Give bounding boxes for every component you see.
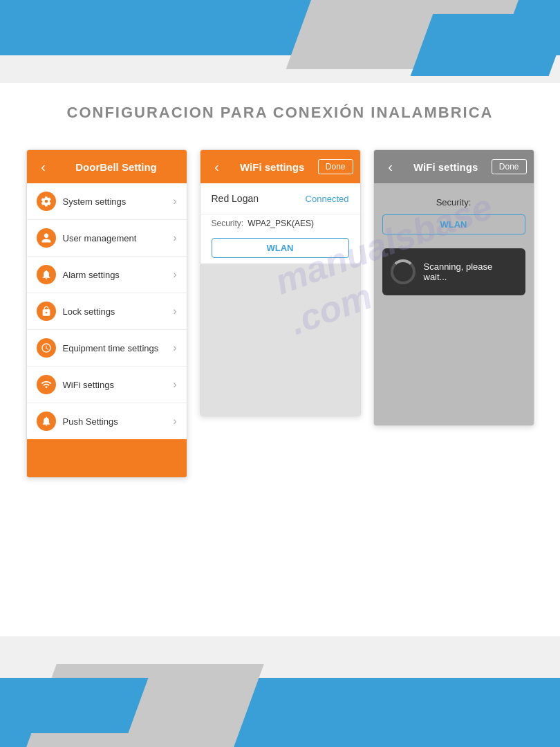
wifi-wlan-box[interactable]: WLAN (212, 238, 349, 258)
wifi-security-label: Security: (212, 219, 244, 228)
chevron-right-icon: › (173, 378, 176, 391)
menu-label-user-management: User management (63, 233, 174, 243)
page-title: CONFIGURACION PARA CONEXIÓN INALAMBRICA (67, 104, 494, 122)
chevron-right-icon: › (173, 268, 176, 281)
chevron-right-icon: › (173, 305, 176, 317)
chevron-right-icon: › (173, 342, 176, 354)
wifi-gray-area (200, 264, 360, 416)
panel1-back-button[interactable]: ‹ (34, 157, 53, 176)
panel3-title: WiFi settings (400, 161, 492, 173)
wifi-icon (37, 375, 56, 394)
menu-item-alarm-settings[interactable]: Alarm settings › (27, 257, 187, 293)
menu-item-system-settings[interactable]: System settings › (27, 183, 187, 220)
panel2-title: WiFi settings (227, 161, 318, 173)
menu-item-push-settings[interactable]: Push Settings › (27, 403, 187, 439)
panel2-done-button[interactable]: Done (318, 159, 353, 174)
wifi-security-row: Security: WPA2_PSK(AES) (200, 214, 360, 232)
panel1-title: DoorBell Setting (53, 161, 180, 173)
panel2-header: ‹ WiFi settings Done (200, 150, 360, 183)
settings-icon (37, 192, 56, 211)
menu-list: System settings › User management › Alar… (27, 183, 187, 439)
menu-label-push-settings: Push Settings (63, 416, 174, 427)
scan-text: Scanning, please wait... (424, 261, 517, 282)
menu-item-user-management[interactable]: User management › (27, 220, 187, 257)
menu-label-system-settings: System settings (63, 196, 174, 207)
bg-top-decoration (0, 0, 560, 83)
panel3-back-button[interactable]: ‹ (381, 157, 400, 176)
scan-security-label: Security: (382, 197, 525, 208)
panel-wifi-scanning: ‹ WiFi settings Done Security: WLAN Scan… (373, 149, 534, 426)
loading-spinner-icon (391, 259, 416, 284)
push-icon (37, 412, 56, 431)
wifi-security-value: WPA2_PSK(AES) (248, 219, 314, 228)
panel-doorbell-setting: ‹ DoorBell Setting System settings › Use… (26, 149, 187, 478)
menu-label-wifi-settings: WiFi settings (63, 380, 174, 390)
menu-label-equipment-time: Equipment time settings (63, 343, 174, 353)
chevron-right-icon: › (173, 195, 176, 208)
menu-item-wifi-settings[interactable]: WiFi settings › (27, 367, 187, 403)
menu-item-equipment-time[interactable]: Equipment time settings › (27, 330, 187, 367)
clock-icon (37, 338, 56, 358)
bg-bottom-decoration (0, 636, 560, 747)
alarm-icon (37, 265, 56, 284)
menu-label-lock-settings: Lock settings (63, 306, 174, 317)
wifi-status-badge: Connected (306, 194, 349, 204)
wifi-network-row: Red Logan Connected (200, 183, 360, 214)
lock-icon (37, 302, 56, 321)
menu-item-lock-settings[interactable]: Lock settings › (27, 293, 187, 330)
panel2-back-button[interactable]: ‹ (207, 157, 227, 176)
panel3-header: ‹ WiFi settings Done (374, 150, 534, 183)
chevron-right-icon: › (173, 415, 176, 427)
panel1-footer (27, 439, 187, 477)
panel1-header: ‹ DoorBell Setting (27, 150, 187, 183)
scan-loading-box: Scanning, please wait... (382, 248, 525, 295)
wifi-network-name: Red Logan (212, 193, 259, 204)
panels-container: ‹ DoorBell Setting System settings › Use… (12, 149, 548, 478)
main-content-area: CONFIGURACION PARA CONEXIÓN INALAMBRICA … (0, 83, 560, 636)
panel3-done-button[interactable]: Done (492, 159, 527, 174)
scan-wlan-box[interactable]: WLAN (382, 214, 525, 234)
user-icon (37, 228, 56, 248)
panel-wifi-network: ‹ WiFi settings Done Red Logan Connected… (200, 149, 361, 416)
scan-panel-body: Security: WLAN Scanning, please wait... (374, 183, 534, 425)
menu-label-alarm-settings: Alarm settings (63, 270, 174, 280)
chevron-right-icon: › (173, 232, 176, 244)
